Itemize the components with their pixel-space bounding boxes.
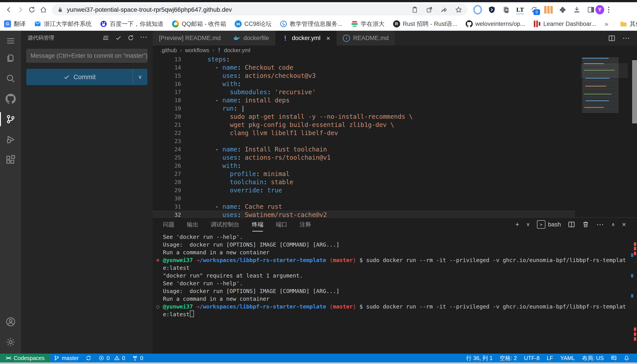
bookmark-item[interactable]: 教学管理信息服务... bbox=[280, 20, 343, 28]
bookmark-item[interactable]: 学在浙大 bbox=[351, 20, 385, 28]
code-line[interactable]: 32 uses: Swatinem/rust-cache@v2 bbox=[153, 211, 575, 218]
bookmark-item[interactable]: 98CC98论坛 bbox=[235, 20, 271, 28]
activity-bar-source-control[interactable] bbox=[0, 109, 21, 129]
activity-bar-settings[interactable] bbox=[0, 332, 21, 352]
pencils-icon[interactable] bbox=[544, 5, 553, 14]
code-line[interactable]: 25 uses: actions-rs/toolchain@v1 bbox=[153, 154, 575, 162]
close-icon[interactable]: × bbox=[326, 35, 331, 42]
split-terminal-icon[interactable] bbox=[568, 221, 575, 228]
puzzle-icon[interactable] bbox=[558, 5, 567, 14]
bookmark-item[interactable]: Learner Dashboar... bbox=[534, 20, 596, 28]
code-line[interactable]: 24 - name: Install Rust toolchain bbox=[153, 145, 575, 154]
code-line[interactable]: 15 uses: actions/checkout@v3 bbox=[153, 72, 575, 80]
back-icon[interactable] bbox=[3, 4, 15, 16]
bookmark-item[interactable]: 浙江大学邮件系统 bbox=[34, 20, 92, 28]
close-panel-icon[interactable]: × bbox=[622, 221, 626, 228]
commit-button[interactable]: Commit ∨ bbox=[26, 69, 147, 85]
more-icon[interactable]: ⋯ bbox=[140, 35, 148, 41]
bookmarks-overflow-icon[interactable]: » bbox=[604, 20, 608, 28]
code-line[interactable]: 19 run: | bbox=[153, 104, 575, 112]
feedback-button[interactable] bbox=[607, 354, 620, 362]
code-line[interactable]: 20 sudo apt-get install -y --no-install-… bbox=[153, 112, 575, 121]
bookmark-item[interactable]: RRust 招聘 - Rust语... bbox=[393, 20, 457, 28]
panel-tab[interactable]: 输出 bbox=[187, 221, 198, 228]
breadcrumb-segment[interactable]: workflows bbox=[185, 47, 209, 54]
editor-more-actions-icon[interactable]: ⋯ bbox=[622, 36, 630, 40]
activity-bar-debug[interactable] bbox=[0, 129, 21, 150]
code-line[interactable]: 30 bbox=[153, 194, 575, 202]
terminal-instance-item[interactable]: > bash bbox=[537, 220, 561, 229]
bookmark-item[interactable]: weloveinterns/op... bbox=[466, 20, 525, 28]
minimap-slider[interactable] bbox=[581, 63, 628, 78]
panel-tab[interactable]: 终端 bbox=[252, 221, 263, 228]
shield-icon[interactable] bbox=[487, 5, 496, 14]
kill-terminal-icon[interactable] bbox=[582, 221, 589, 228]
keyboard-layout[interactable]: 布局: US bbox=[578, 354, 607, 362]
activity-bar-explorer[interactable] bbox=[0, 48, 21, 68]
indentation[interactable]: 空格: 2 bbox=[496, 354, 520, 362]
copy-icon[interactable] bbox=[502, 5, 510, 14]
code-line[interactable]: 27 profile: minimal bbox=[153, 170, 575, 178]
panel-tab[interactable]: 端口 bbox=[276, 221, 287, 228]
notifications-button[interactable] bbox=[620, 354, 633, 362]
commit-message-input[interactable]: Message (Ctrl+Enter to commit on "master… bbox=[26, 49, 147, 62]
other-bookmarks-button[interactable]: 其他书签 bbox=[620, 20, 637, 28]
code-line[interactable]: 21 wget pkg-config build-essential zlib1… bbox=[153, 121, 575, 129]
bookmark-item[interactable]: 百度一下，你就知道 bbox=[100, 20, 164, 28]
code-line[interactable]: 18 - name: install deps bbox=[153, 96, 575, 104]
cursor-position[interactable]: 行 36, 列 1 bbox=[463, 354, 496, 362]
code-line[interactable]: 22 clang llvm libelf1 libelf-dev bbox=[153, 129, 575, 137]
panel-tab[interactable]: 调试控制台 bbox=[211, 221, 239, 228]
code-line[interactable]: 13 steps: bbox=[153, 55, 575, 64]
editor-tab[interactable]: dockerfile bbox=[227, 31, 275, 46]
terminal-output[interactable]: See 'docker run --help'.Usage: docker ru… bbox=[153, 231, 637, 354]
branch-indicator[interactable]: master bbox=[50, 354, 82, 362]
editor-tab[interactable]: !docker.yml× bbox=[275, 31, 337, 46]
languagetool-icon[interactable]: LT bbox=[516, 5, 525, 14]
activity-bar-extensions[interactable] bbox=[0, 150, 21, 170]
profile-avatar[interactable]: Y bbox=[595, 5, 604, 14]
sync-indicator[interactable] bbox=[82, 354, 95, 362]
encoding[interactable]: UTF-8 bbox=[520, 354, 543, 362]
new-terminal-icon[interactable]: + bbox=[515, 221, 519, 228]
home-icon[interactable] bbox=[38, 4, 49, 16]
check-icon[interactable] bbox=[115, 34, 122, 41]
star-icon[interactable] bbox=[455, 6, 462, 13]
sync-badge-icon[interactable]: 0 bbox=[530, 5, 539, 14]
share-icon[interactable] bbox=[440, 6, 448, 13]
code-line[interactable]: 31 - name: Cache rust bbox=[153, 202, 575, 211]
open-in-new-icon[interactable] bbox=[426, 6, 433, 13]
language-mode[interactable]: YAML bbox=[557, 354, 578, 362]
refresh-icon[interactable] bbox=[128, 34, 134, 41]
editor-scrollbar[interactable] bbox=[632, 60, 637, 124]
editor-tab[interactable]: [Preview] README.md bbox=[153, 31, 227, 46]
url-text[interactable]: yunwei37-potential-space-trout-rpr5qwj66… bbox=[67, 6, 411, 13]
breadcrumb-segment[interactable]: .github bbox=[160, 47, 177, 54]
split-editor-icon[interactable] bbox=[608, 35, 615, 42]
code-line[interactable]: 17 submodules: 'recursive' bbox=[153, 88, 575, 96]
activity-bar-account[interactable] bbox=[0, 312, 21, 332]
panel-tab[interactable]: 注释 bbox=[300, 221, 311, 228]
code-line[interactable]: 26 with: bbox=[153, 162, 575, 170]
code-editor[interactable]: 13 steps:14 - name: Checkout code15 uses… bbox=[153, 55, 637, 218]
activity-bar-search[interactable] bbox=[0, 68, 21, 89]
browser-tab-strip[interactable] bbox=[0, 0, 637, 2]
problems-indicator[interactable]: 0 0 bbox=[95, 354, 129, 362]
bookmark-item[interactable]: QQ邮箱 - 收件箱 bbox=[172, 20, 226, 28]
download-icon[interactable] bbox=[572, 5, 581, 14]
remote-indicator[interactable]: >< Codespaces bbox=[0, 354, 50, 362]
bookmark-item[interactable]: G翻译 bbox=[4, 20, 26, 28]
reload-icon[interactable] bbox=[26, 4, 38, 16]
forward-icon[interactable] bbox=[15, 4, 26, 16]
code-line[interactable]: 14 - name: Checkout code bbox=[153, 64, 575, 72]
activity-bar-menu[interactable] bbox=[0, 34, 21, 48]
ports-indicator[interactable]: 0 bbox=[129, 354, 147, 362]
code-line[interactable]: 16 with: bbox=[153, 80, 575, 88]
code-line[interactable]: 28 toolchain: stable bbox=[153, 178, 575, 186]
activity-bar-github[interactable] bbox=[0, 89, 21, 109]
tree-icon[interactable] bbox=[103, 34, 109, 41]
eol[interactable]: LF bbox=[543, 354, 557, 362]
code-line[interactable]: 23 bbox=[153, 137, 575, 145]
terminal-dropdown-icon[interactable]: ∨ bbox=[526, 222, 530, 227]
sidebar-icon[interactable] bbox=[586, 5, 595, 14]
